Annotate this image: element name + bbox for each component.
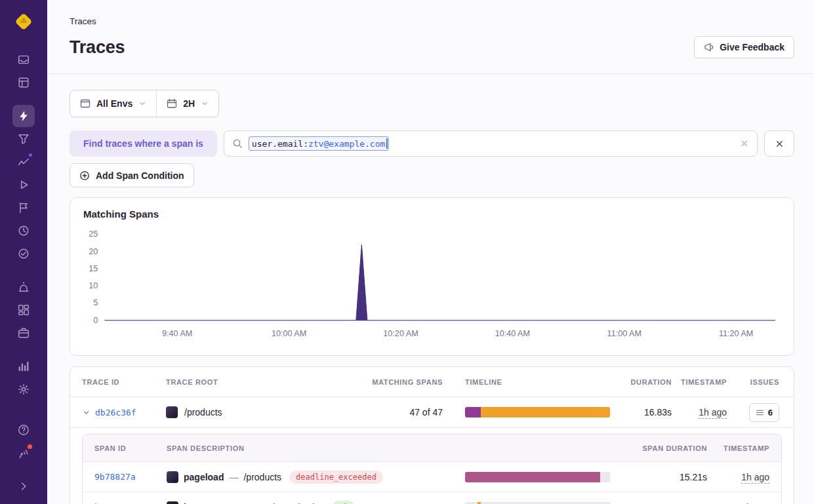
sidebar-item-replays[interactable] (12, 174, 35, 196)
sidebar-item-settings[interactable] (12, 378, 35, 400)
trace-issues-button[interactable]: 6 (749, 403, 779, 422)
notification-dot (28, 152, 33, 158)
logo-icon (12, 10, 35, 33)
span-timestamp[interactable]: 1h ago (741, 472, 769, 484)
add-span-condition-label: Add Span Condition (96, 170, 184, 181)
span-op: pageload (184, 472, 224, 482)
column-header-span-timestamp: TIMESTAMP (707, 444, 769, 452)
chevron-down-icon (201, 100, 209, 107)
separator: — (229, 472, 238, 482)
breadcrumb[interactable]: Traces (70, 16, 794, 28)
sidebar-item-releases[interactable] (12, 322, 35, 344)
clear-search-button[interactable] (740, 139, 749, 148)
column-header-span-id: SPAN ID (94, 444, 167, 452)
megaphone-icon (704, 42, 714, 52)
trace-timeline-bar (465, 407, 610, 417)
sidebar-item-dashboards[interactable] (12, 299, 35, 321)
sidebar (0, 0, 47, 504)
environment-filter-label: All Envs (96, 98, 132, 109)
dashboard-icon (18, 304, 30, 316)
column-header-span-duration: SPAN DURATION (610, 444, 707, 452)
span-row[interactable]: 9b78827a pageload — /products deadline_e… (83, 462, 781, 492)
briefcase-icon (18, 327, 30, 339)
timeline-segment (465, 407, 481, 417)
svg-text:25: 25 (89, 229, 98, 239)
sidebar-item-insights[interactable] (12, 128, 35, 150)
svg-text:15: 15 (89, 264, 98, 273)
sidebar-nav (12, 48, 35, 400)
line-chart-icon (18, 156, 30, 168)
give-feedback-label: Give Feedback (720, 42, 784, 52)
trace-row[interactable]: db26c36f /products 47 of 47 16.83s 1h ag… (70, 397, 794, 428)
span-search-input[interactable]: user.email: ztv@example.com (224, 130, 758, 157)
search-token[interactable]: user.email: ztv@example.com (249, 136, 390, 151)
sentry-logo[interactable] (12, 10, 35, 33)
sidebar-collapse-button[interactable] (12, 475, 35, 497)
matching-spans-panel: Matching Spans 05101520259:40 AM10:00 AM… (70, 197, 794, 356)
column-header-timestamp: TIMESTAMP (672, 378, 727, 386)
span-id-link[interactable]: 9b78827a (94, 472, 167, 482)
sidebar-item-explore-traces[interactable] (12, 105, 35, 127)
column-header-trace-root: TRACE ROOT (166, 378, 367, 386)
svg-text:20: 20 (89, 247, 98, 256)
close-icon (740, 139, 749, 148)
span-row[interactable]: b7a7e441 http.server — GET /organization… (83, 492, 781, 504)
svg-text:10: 10 (89, 281, 98, 290)
page-header: Traces Traces Give Feedback (47, 0, 814, 74)
sidebar-item-issues[interactable] (12, 48, 35, 71)
filter-bar: All Envs 2H (70, 90, 219, 117)
svg-text:11:20 AM: 11:20 AM (719, 329, 753, 338)
sidebar-item-crons[interactable] (12, 242, 35, 265)
column-header-matching-spans: MATCHING SPANS (367, 378, 443, 386)
chevron-right-icon (18, 480, 30, 492)
trace-timestamp[interactable]: 1h ago (699, 407, 727, 419)
environment-filter[interactable]: All Envs (70, 90, 156, 117)
sidebar-item-help[interactable] (12, 419, 35, 441)
help-icon (18, 424, 30, 436)
plus-circle-icon (79, 170, 90, 181)
span-condition-chip: Find traces where a span is (70, 130, 217, 157)
sidebar-item-projects[interactable] (12, 71, 35, 94)
sidebar-item-stats[interactable] (12, 355, 35, 378)
trace-id-link[interactable]: db26c36f (95, 408, 136, 417)
sidebar-item-history[interactable] (12, 220, 35, 242)
expand-chevron-icon[interactable] (82, 408, 91, 417)
chevron-down-icon (138, 100, 146, 107)
traces-table-header: TRACE ID TRACE ROOT MATCHING SPANS TIMEL… (70, 367, 794, 397)
column-header-issues: ISSUES (727, 378, 779, 386)
svg-text:11:00 AM: 11:00 AM (607, 329, 641, 338)
lightning-icon (18, 110, 30, 122)
column-header-duration: DURATION (610, 378, 672, 386)
svg-text:5: 5 (93, 298, 98, 307)
remove-condition-button[interactable] (764, 130, 794, 157)
timeline-segment (465, 472, 600, 482)
flag-icon (18, 202, 30, 214)
column-header-timeline: TIMELINE (443, 378, 610, 386)
svg-text:9:40 AM: 9:40 AM (162, 329, 192, 338)
matching-spans-count: 47 of 47 (367, 407, 443, 417)
page-title: Traces (70, 35, 125, 59)
span-query-row: Find traces where a span is user.email: … (70, 130, 794, 157)
token-key: user.email: (252, 139, 308, 149)
give-feedback-button[interactable]: Give Feedback (694, 36, 794, 58)
sidebar-item-whats-new[interactable] (12, 442, 35, 464)
siren-icon (18, 281, 30, 293)
sidebar-item-feedback[interactable] (12, 197, 35, 219)
date-range-filter[interactable]: 2H (156, 90, 218, 117)
search-icon (232, 138, 243, 149)
notification-dot (26, 443, 33, 450)
project-avatar (166, 406, 178, 418)
sidebar-item-metrics[interactable] (12, 151, 35, 173)
projects-icon (18, 77, 30, 88)
status-badge: deadline_exceeded (289, 471, 383, 484)
trace-root-name: /products (184, 407, 222, 417)
add-span-condition-button[interactable]: Add Span Condition (70, 163, 194, 187)
chart-title: Matching Spans (83, 208, 784, 220)
close-icon (775, 139, 784, 149)
project-avatar (167, 501, 178, 504)
traces-content: All Envs 2H Find traces where a span is … (47, 74, 814, 504)
span-duration: 15.21s (610, 472, 707, 482)
sidebar-item-alerts[interactable] (12, 276, 35, 298)
issues-count: 6 (768, 408, 773, 417)
spans-table: SPAN ID SPAN DESCRIPTION SPAN DURATION T… (82, 434, 782, 504)
